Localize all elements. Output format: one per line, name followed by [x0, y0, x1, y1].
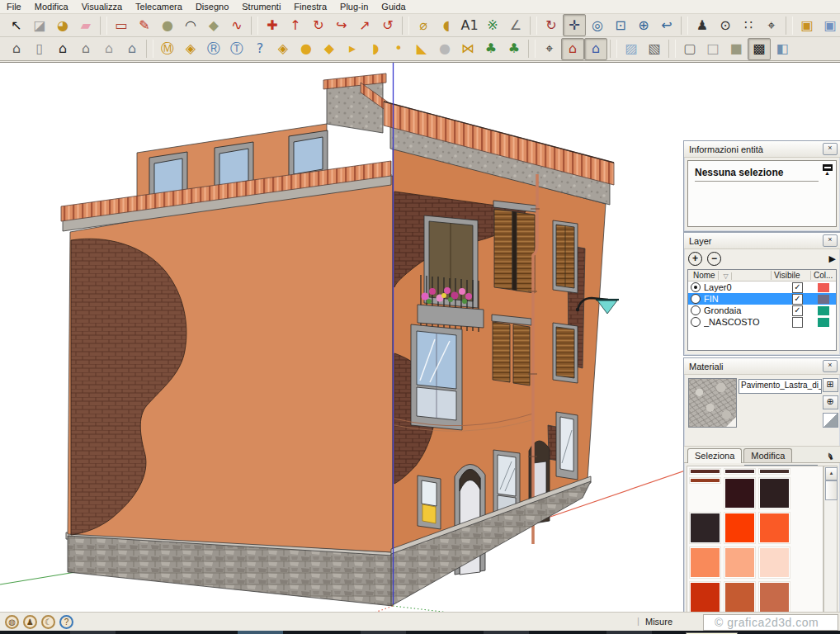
claim-credit-status-icon[interactable]: ♟	[23, 615, 37, 629]
scroll-up-icon[interactable]: ▲	[825, 467, 838, 480]
color-swatch[interactable]	[724, 546, 756, 579]
layer-row[interactable]: Grondaia	[688, 305, 836, 316]
eraser-tool[interactable]: ▰	[74, 14, 97, 36]
polygon-tool[interactable]: ◆	[202, 14, 225, 36]
zoom-previous-tool[interactable]: ↩	[655, 14, 678, 36]
text-tool[interactable]: A1	[458, 14, 481, 36]
create-material-icon[interactable]: ⊕	[823, 395, 838, 409]
column-color[interactable]: Col...	[811, 271, 836, 280]
color-swatch[interactable]	[689, 512, 721, 544]
plugin-help-button[interactable]: ?	[248, 38, 271, 60]
layer-current-radio[interactable]	[691, 317, 701, 327]
dimension-tool[interactable]: ∠	[504, 14, 527, 36]
layers-titlebar[interactable]: Layer ×	[684, 233, 840, 249]
style-textured-button[interactable]: ▩	[748, 38, 771, 60]
material-preview[interactable]	[688, 378, 737, 428]
menu-item[interactable]: Modifica	[28, 1, 75, 12]
layer-visible-checkbox[interactable]	[792, 317, 803, 328]
column-visible[interactable]: Visibile	[772, 271, 811, 280]
style-shaded-button[interactable]: ■	[724, 38, 748, 60]
palette-scrollbar[interactable]: ▲ ▼	[823, 466, 838, 634]
layer-row[interactable]: FIN	[688, 293, 836, 305]
color-swatch[interactable]	[758, 546, 790, 579]
color-swatch[interactable]	[724, 468, 756, 475]
orbit-tool[interactable]: ↻	[540, 14, 563, 36]
model-viewport[interactable]: Informazioni entità × Nessuna selezione …	[0, 62, 840, 613]
menu-item[interactable]: Plug-in	[333, 1, 375, 12]
style-cube-gold-icon[interactable]: ▣	[795, 14, 819, 36]
tape-measure-tool[interactable]: ⌀	[412, 14, 435, 36]
rotate-tool[interactable]: ↻	[307, 14, 330, 36]
style-xray-button[interactable]: ▨	[620, 38, 643, 60]
plugin-m-button[interactable]: Ⓜ	[156, 38, 179, 60]
section-plane-compass-button[interactable]: ⌖	[538, 38, 561, 60]
plugin-r-button[interactable]: Ⓡ	[202, 38, 225, 60]
layer-color-swatch[interactable]	[818, 306, 829, 315]
style-wireframe-button[interactable]: ▢	[678, 38, 701, 60]
section-compass-tool[interactable]: ⌖	[760, 14, 783, 36]
help-status-icon[interactable]: ?	[59, 615, 73, 629]
layer-current-radio[interactable]	[691, 294, 701, 304]
materials-titlebar[interactable]: Materiali ×	[684, 358, 840, 375]
layer-visible-checkbox[interactable]	[792, 294, 803, 305]
menu-item[interactable]: Strumenti	[235, 1, 287, 12]
color-swatch[interactable]	[689, 546, 721, 579]
circle-tool[interactable]: ●	[156, 14, 179, 36]
layer-color-swatch[interactable]	[818, 295, 829, 304]
follow-me-tool[interactable]: ↪	[330, 14, 353, 36]
material-name-field[interactable]: Pavimento_Lastra_di_Pie	[739, 379, 822, 394]
move-tool[interactable]: ✚	[261, 14, 284, 36]
zoom-window-tool[interactable]: ⊡	[609, 14, 632, 36]
push-pull-tool[interactable]: ↑	[284, 14, 307, 36]
entity-info-titlebar[interactable]: Informazioni entità ×	[684, 141, 840, 158]
sphere-white-button[interactable]: ●	[433, 38, 456, 60]
layer-color-swatch[interactable]	[818, 318, 829, 327]
close-icon[interactable]: ×	[823, 143, 838, 155]
menu-item[interactable]: File	[0, 1, 28, 12]
view-front[interactable]: ⌂	[51, 38, 74, 60]
view-iso[interactable]: ⌂	[5, 38, 28, 60]
plugin-o-button[interactable]: ◈	[179, 38, 202, 60]
default-material-icon[interactable]	[823, 413, 838, 428]
style-back-edges-button[interactable]: ▧	[643, 38, 666, 60]
look-around-tool[interactable]: ⊙	[714, 14, 737, 36]
offset-tool[interactable]: ↺	[376, 14, 399, 36]
color-swatch[interactable]	[724, 512, 756, 544]
zoom-tool[interactable]: ◎	[586, 14, 609, 36]
export-scene-button-2[interactable]: ♣	[503, 38, 526, 60]
style-cube-blue-icon[interactable]: ▣	[819, 14, 840, 36]
color-swatch[interactable]	[689, 468, 721, 475]
collapse-details-button[interactable]: ▲	[822, 164, 833, 176]
license-status-icon[interactable]: ☾	[41, 615, 55, 629]
plugin-rt-button[interactable]: Ⓣ	[225, 38, 248, 60]
make-component-tool[interactable]: ◪	[28, 14, 51, 36]
bowtie-button[interactable]: ⋈	[456, 38, 479, 60]
scrollbar-thumb[interactable]	[825, 480, 838, 500]
sphere-axis-button[interactable]: ◆	[318, 38, 341, 60]
layer-list-header[interactable]: Nome ▽ Visibile Col...	[688, 270, 836, 282]
view-panel[interactable]: ▯	[28, 38, 51, 60]
freehand-tool[interactable]: ∿	[225, 14, 248, 36]
pan-tool[interactable]: ✛	[563, 14, 586, 36]
sphere-yellow-button[interactable]: ●	[295, 38, 318, 60]
add-layer-button[interactable]: +	[688, 252, 702, 266]
layer-color-swatch[interactable]	[818, 283, 829, 292]
tab-modifica[interactable]: Modifica	[743, 448, 792, 462]
layer-current-radio[interactable]	[691, 305, 701, 315]
remove-layer-button[interactable]: −	[707, 252, 721, 266]
color-swatch[interactable]	[758, 512, 790, 544]
menu-item[interactable]: Guida	[375, 1, 412, 12]
menu-item[interactable]: Telecamera	[129, 1, 189, 12]
color-swatch[interactable]	[689, 477, 721, 484]
scale-tool[interactable]: ↗	[353, 14, 376, 36]
layer-details-arrow-icon[interactable]: ▶	[829, 253, 836, 264]
menu-item[interactable]: Finestra	[287, 1, 333, 12]
style-monochrome-button[interactable]: ◧	[771, 38, 794, 60]
walk-tool[interactable]: ∷	[737, 14, 760, 36]
layer-row[interactable]: _NASCOSTO	[688, 316, 836, 328]
axes-tool[interactable]: ※	[481, 14, 504, 36]
layer-row[interactable]: Layer0	[688, 282, 836, 293]
sample-paint-eyedropper-icon[interactable]: ✒	[823, 449, 838, 462]
protractor-tool[interactable]: ◖	[435, 14, 458, 36]
export-scene-button-1[interactable]: ♣	[479, 38, 503, 60]
